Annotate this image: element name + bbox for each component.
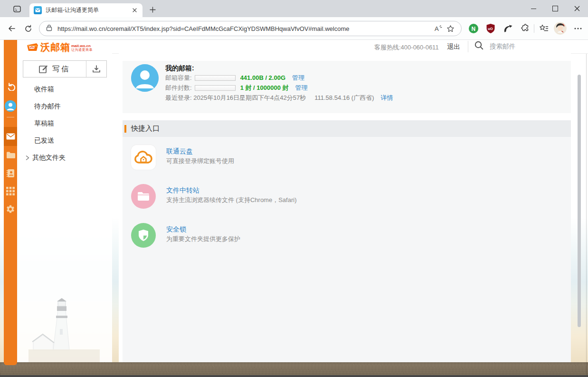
mailbox-title: 我的邮箱: bbox=[165, 64, 393, 73]
shortcuts-header: 快捷入口 bbox=[123, 120, 571, 137]
shortcuts-list: 联通云盘 可直接登录绑定账号使用 文件中转站 支持主流浏览器续传文件 (支持Ch… bbox=[123, 137, 571, 362]
extensions-puzzle-icon[interactable] bbox=[519, 22, 531, 35]
background-grass-strip bbox=[0, 362, 588, 375]
folder-list: 收件箱 待办邮件 草稿箱 已发送 其他文件夹 bbox=[17, 81, 112, 166]
capacity-manage-link[interactable]: 管理 bbox=[292, 74, 304, 82]
shortcut-name[interactable]: 文件中转站 bbox=[166, 186, 296, 195]
extension-ublock-icon[interactable]: uO bbox=[484, 22, 497, 35]
shortcut-desc: 支持主流浏览器续传文件 (支持Chrome，Safari) bbox=[166, 195, 296, 204]
read-aloud-icon[interactable]: A bbox=[432, 22, 444, 35]
user-avatar[interactable] bbox=[131, 64, 159, 92]
logo-domain: mail.wo.cn bbox=[71, 44, 93, 48]
count-label: 邮件封数: bbox=[165, 84, 192, 92]
shortcut-name[interactable]: 安全锁 bbox=[166, 225, 240, 234]
rail-back-icon[interactable] bbox=[4, 81, 17, 92]
search-icon bbox=[474, 40, 484, 52]
search-box bbox=[474, 40, 576, 52]
rail-folder-icon[interactable] bbox=[4, 149, 17, 161]
favorite-star-icon[interactable] bbox=[444, 22, 456, 35]
shortcut-desc: 可直接登录绑定账号使用 bbox=[166, 156, 234, 165]
browser-toolbar: A N uO bbox=[0, 17, 588, 40]
folder-label: 待办邮件 bbox=[34, 102, 61, 111]
capacity-progress-bar bbox=[195, 75, 236, 81]
logout-button[interactable]: 退出 bbox=[447, 43, 460, 51]
capacity-label: 邮箱容量: bbox=[165, 74, 192, 82]
rail-user-avatar-icon[interactable] bbox=[4, 100, 17, 112]
sidebar-item-inbox[interactable]: 收件箱 bbox=[17, 81, 112, 98]
tab-actions-menu-icon[interactable] bbox=[11, 3, 23, 15]
last-login-value: 2025年10月16日星期四下午4点42分57秒 bbox=[193, 94, 306, 102]
back-icon[interactable] bbox=[5, 21, 19, 36]
tab-close-icon[interactable] bbox=[131, 7, 138, 14]
window-controls bbox=[522, 0, 588, 17]
count-manage-link[interactable]: 管理 bbox=[295, 84, 308, 92]
security-lock-icon bbox=[131, 223, 156, 248]
count-value: 1 封 / 1000000 封 bbox=[240, 84, 289, 92]
toolbar-divider bbox=[534, 24, 534, 33]
minimize-button[interactable] bbox=[522, 0, 544, 17]
maximize-button[interactable] bbox=[544, 0, 566, 17]
refresh-icon[interactable] bbox=[21, 21, 35, 36]
browser-tab-bar: 沃邮箱-让沟通更简单 bbox=[0, 0, 588, 17]
window-right-edge bbox=[586, 40, 587, 375]
shortcuts-title: 快捷入口 bbox=[131, 124, 160, 133]
wo-mail-logo[interactable]: 沃邮箱 mail.wo.cn 让沟通更简单 bbox=[26, 41, 93, 54]
fetch-mail-button[interactable] bbox=[86, 61, 106, 77]
login-details-link[interactable]: 详情 bbox=[381, 94, 393, 102]
folder-label: 已发送 bbox=[34, 136, 54, 145]
rail-apps-grid-icon[interactable] bbox=[4, 185, 17, 197]
left-nav-rail bbox=[4, 40, 17, 365]
rail-divider bbox=[7, 117, 14, 117]
fetch-mail-icon bbox=[92, 65, 101, 73]
address-bar[interactable]: A bbox=[39, 21, 462, 36]
lock-icon bbox=[46, 24, 52, 33]
mailbox-logo-icon bbox=[26, 42, 39, 52]
logo-text: 沃邮箱 bbox=[40, 41, 70, 54]
sidebar-item-todo[interactable]: 待办邮件 bbox=[17, 98, 112, 115]
header-divider bbox=[468, 41, 468, 52]
search-input[interactable] bbox=[489, 42, 576, 50]
page-scrollbar-thumb[interactable] bbox=[578, 75, 581, 327]
rail-settings-gear-icon[interactable] bbox=[4, 203, 17, 215]
lighthouse-background-image bbox=[28, 296, 100, 362]
last-login-ip: 111.58.54.16 (广西省) bbox=[314, 94, 374, 102]
svg-text:uO: uO bbox=[488, 27, 493, 31]
shortcut-file-transfer[interactable]: 文件中转站 支持主流浏览器续传文件 (支持Chrome，Safari) bbox=[131, 184, 571, 209]
mailbox-summary-panel: 我的邮箱: 邮箱容量: 441.00B / 2.00G 管理 邮件封数: 1 封… bbox=[123, 61, 571, 113]
new-tab-icon[interactable] bbox=[147, 4, 158, 15]
shortcut-name[interactable]: 联通云盘 bbox=[166, 147, 234, 156]
url-input[interactable] bbox=[57, 25, 432, 33]
browser-more-icon[interactable] bbox=[572, 22, 584, 35]
folder-label: 收件箱 bbox=[34, 85, 54, 94]
svg-text:A: A bbox=[435, 25, 439, 32]
tab-title: 沃邮箱-让沟通更简单 bbox=[46, 6, 131, 14]
extension-n-icon[interactable]: N bbox=[467, 22, 480, 35]
shortcut-cloud-drive[interactable]: 联通云盘 可直接登录绑定账号使用 bbox=[131, 145, 571, 170]
hotline-text: 客服热线:400-060-0611 bbox=[374, 43, 439, 52]
browser-profile-avatar[interactable] bbox=[554, 22, 567, 35]
sidebar-item-other-folders[interactable]: 其他文件夹 bbox=[17, 149, 112, 166]
extension-undo-swoosh-icon[interactable] bbox=[502, 22, 514, 35]
sidebar-item-drafts[interactable]: 草稿箱 bbox=[17, 115, 112, 132]
shortcut-security-lock[interactable]: 安全锁 为重要文件夹提供更多保护 bbox=[131, 223, 571, 248]
rail-mail-icon[interactable] bbox=[4, 131, 17, 142]
section-accent-bar bbox=[124, 125, 126, 133]
compose-pencil-icon bbox=[39, 65, 48, 74]
cloud-drive-icon bbox=[131, 145, 156, 170]
compose-label: 写信 bbox=[52, 65, 70, 74]
compose-button[interactable]: 写信 bbox=[23, 61, 86, 77]
chevron-right-icon bbox=[26, 155, 29, 160]
main-content: 我的邮箱: 邮箱容量: 441.00B / 2.00G 管理 邮件封数: 1 封… bbox=[119, 53, 571, 362]
last-login-label: 最近登录: bbox=[165, 94, 192, 102]
mail-sidebar: 写信 收件箱 待办邮件 草稿箱 已发送 其他文件夹 bbox=[17, 53, 112, 362]
rail-contacts-icon[interactable] bbox=[4, 167, 17, 179]
file-transfer-icon bbox=[131, 184, 156, 209]
count-progress-bar bbox=[195, 85, 236, 91]
svg-text:N: N bbox=[472, 26, 476, 32]
logo-slogan: 让沟通更简单 bbox=[71, 48, 93, 52]
shortcut-desc: 为重要文件夹提供更多保护 bbox=[166, 234, 240, 243]
active-tab[interactable]: 沃邮箱-让沟通更简单 bbox=[29, 3, 142, 17]
close-button[interactable] bbox=[566, 0, 588, 17]
sidebar-item-sent[interactable]: 已发送 bbox=[17, 132, 112, 149]
collections-hub-icon[interactable] bbox=[538, 22, 550, 35]
